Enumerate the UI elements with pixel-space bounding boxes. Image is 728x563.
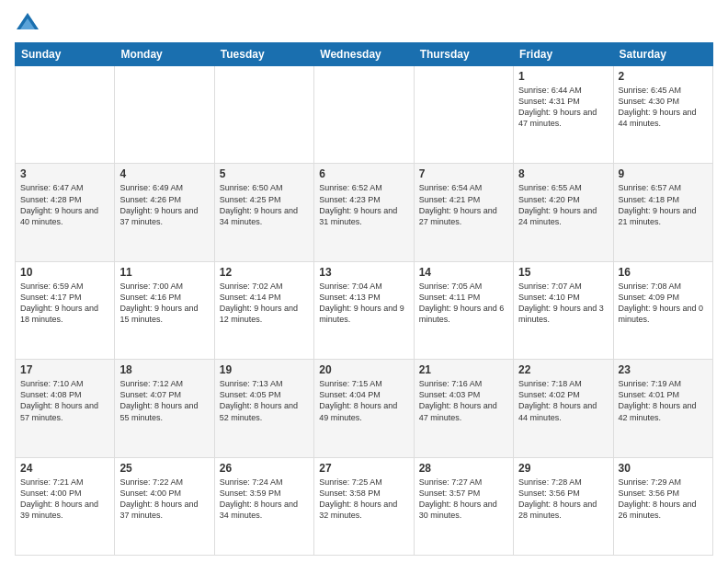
calendar-cell: 8Sunrise: 6:55 AM Sunset: 4:20 PM Daylig… [514, 164, 613, 261]
calendar-cell: 18Sunrise: 7:12 AM Sunset: 4:07 PM Dayli… [115, 360, 214, 457]
header [15, 11, 713, 37]
day-number: 21 [419, 363, 508, 376]
day-number: 17 [20, 363, 109, 376]
week-row-2: 3Sunrise: 6:47 AM Sunset: 4:28 PM Daylig… [16, 164, 713, 261]
day-info: Sunrise: 7:05 AM Sunset: 4:11 PM Dayligh… [419, 281, 508, 326]
day-number: 3 [20, 167, 109, 180]
day-number: 16 [619, 266, 708, 279]
day-number: 19 [220, 363, 309, 376]
calendar-cell: 27Sunrise: 7:25 AM Sunset: 3:58 PM Dayli… [314, 457, 414, 555]
calendar-cell: 19Sunrise: 7:13 AM Sunset: 4:05 PM Dayli… [214, 360, 313, 457]
day-info: Sunrise: 7:16 AM Sunset: 4:03 PM Dayligh… [419, 378, 508, 423]
col-header-thursday: Thursday [414, 43, 513, 66]
day-info: Sunrise: 6:44 AM Sunset: 4:31 PM Dayligh… [518, 85, 608, 130]
calendar-cell: 2Sunrise: 6:45 AM Sunset: 4:30 PM Daylig… [613, 66, 712, 164]
calendar-cell: 6Sunrise: 6:52 AM Sunset: 4:23 PM Daylig… [314, 164, 414, 261]
calendar-cell: 1Sunrise: 6:44 AM Sunset: 4:31 PM Daylig… [514, 66, 613, 164]
calendar-cell: 5Sunrise: 6:50 AM Sunset: 4:25 PM Daylig… [214, 164, 313, 261]
calendar-cell [414, 66, 513, 164]
week-row-3: 10Sunrise: 6:59 AM Sunset: 4:17 PM Dayli… [16, 261, 713, 359]
calendar-cell: 24Sunrise: 7:21 AM Sunset: 4:00 PM Dayli… [16, 457, 115, 555]
day-info: Sunrise: 7:10 AM Sunset: 4:08 PM Dayligh… [20, 378, 109, 423]
calendar-cell: 26Sunrise: 7:24 AM Sunset: 3:59 PM Dayli… [214, 457, 313, 555]
day-info: Sunrise: 7:07 AM Sunset: 4:10 PM Dayligh… [518, 281, 608, 326]
day-info: Sunrise: 7:00 AM Sunset: 4:16 PM Dayligh… [119, 281, 209, 326]
calendar-cell [214, 66, 313, 164]
col-header-tuesday: Tuesday [214, 43, 313, 66]
day-number: 23 [619, 363, 708, 376]
day-info: Sunrise: 7:08 AM Sunset: 4:09 PM Dayligh… [619, 281, 708, 326]
col-header-friday: Friday [514, 43, 613, 66]
day-number: 6 [319, 167, 408, 180]
calendar-cell: 13Sunrise: 7:04 AM Sunset: 4:13 PM Dayli… [314, 261, 414, 359]
week-row-4: 17Sunrise: 7:10 AM Sunset: 4:08 PM Dayli… [16, 360, 713, 457]
day-info: Sunrise: 6:55 AM Sunset: 4:20 PM Dayligh… [518, 182, 608, 227]
calendar-cell [16, 66, 115, 164]
day-info: Sunrise: 6:52 AM Sunset: 4:23 PM Dayligh… [319, 182, 408, 227]
day-number: 14 [419, 266, 508, 279]
calendar-cell: 14Sunrise: 7:05 AM Sunset: 4:11 PM Dayli… [414, 261, 513, 359]
day-info: Sunrise: 7:12 AM Sunset: 4:07 PM Dayligh… [119, 378, 209, 423]
logo [15, 11, 44, 37]
day-number: 5 [220, 167, 309, 180]
day-number: 18 [119, 363, 209, 376]
calendar-table: SundayMondayTuesdayWednesdayThursdayFrid… [15, 42, 713, 556]
day-info: Sunrise: 6:50 AM Sunset: 4:25 PM Dayligh… [220, 182, 309, 227]
week-row-5: 24Sunrise: 7:21 AM Sunset: 4:00 PM Dayli… [16, 457, 713, 555]
logo-icon [15, 11, 40, 37]
day-info: Sunrise: 6:47 AM Sunset: 4:28 PM Dayligh… [20, 182, 109, 227]
day-number: 13 [319, 266, 408, 279]
calendar-cell: 7Sunrise: 6:54 AM Sunset: 4:21 PM Daylig… [414, 164, 513, 261]
calendar-cell: 11Sunrise: 7:00 AM Sunset: 4:16 PM Dayli… [115, 261, 214, 359]
day-number: 2 [619, 70, 708, 83]
day-number: 1 [518, 70, 608, 83]
calendar-cell: 17Sunrise: 7:10 AM Sunset: 4:08 PM Dayli… [16, 360, 115, 457]
day-number: 8 [518, 167, 608, 180]
day-number: 24 [20, 462, 109, 475]
day-info: Sunrise: 7:29 AM Sunset: 3:56 PM Dayligh… [619, 477, 708, 522]
week-row-1: 1Sunrise: 6:44 AM Sunset: 4:31 PM Daylig… [16, 66, 713, 164]
day-number: 12 [220, 266, 309, 279]
day-info: Sunrise: 6:54 AM Sunset: 4:21 PM Dayligh… [419, 182, 508, 227]
calendar-cell: 25Sunrise: 7:22 AM Sunset: 4:00 PM Dayli… [115, 457, 214, 555]
day-info: Sunrise: 7:19 AM Sunset: 4:01 PM Dayligh… [619, 378, 708, 423]
page: SundayMondayTuesdayWednesdayThursdayFrid… [0, 0, 728, 563]
calendar-cell: 9Sunrise: 6:57 AM Sunset: 4:18 PM Daylig… [613, 164, 712, 261]
calendar-cell [115, 66, 214, 164]
day-info: Sunrise: 7:21 AM Sunset: 4:00 PM Dayligh… [20, 477, 109, 522]
day-info: Sunrise: 7:04 AM Sunset: 4:13 PM Dayligh… [319, 281, 408, 326]
day-info: Sunrise: 7:28 AM Sunset: 3:56 PM Dayligh… [518, 477, 608, 522]
day-number: 9 [619, 167, 708, 180]
day-number: 27 [319, 462, 408, 475]
calendar-cell: 23Sunrise: 7:19 AM Sunset: 4:01 PM Dayli… [613, 360, 712, 457]
day-number: 30 [619, 462, 708, 475]
day-number: 10 [20, 266, 109, 279]
day-info: Sunrise: 7:13 AM Sunset: 4:05 PM Dayligh… [220, 378, 309, 423]
day-info: Sunrise: 6:59 AM Sunset: 4:17 PM Dayligh… [20, 281, 109, 326]
calendar-cell: 15Sunrise: 7:07 AM Sunset: 4:10 PM Dayli… [514, 261, 613, 359]
calendar-cell: 20Sunrise: 7:15 AM Sunset: 4:04 PM Dayli… [314, 360, 414, 457]
day-info: Sunrise: 7:25 AM Sunset: 3:58 PM Dayligh… [319, 477, 408, 522]
col-header-wednesday: Wednesday [314, 43, 414, 66]
day-info: Sunrise: 7:24 AM Sunset: 3:59 PM Dayligh… [220, 477, 309, 522]
day-info: Sunrise: 6:45 AM Sunset: 4:30 PM Dayligh… [619, 85, 708, 130]
day-info: Sunrise: 7:27 AM Sunset: 3:57 PM Dayligh… [419, 477, 508, 522]
calendar-cell: 28Sunrise: 7:27 AM Sunset: 3:57 PM Dayli… [414, 457, 513, 555]
calendar-cell: 22Sunrise: 7:18 AM Sunset: 4:02 PM Dayli… [514, 360, 613, 457]
calendar-cell: 29Sunrise: 7:28 AM Sunset: 3:56 PM Dayli… [514, 457, 613, 555]
col-header-saturday: Saturday [613, 43, 712, 66]
day-info: Sunrise: 6:57 AM Sunset: 4:18 PM Dayligh… [619, 182, 708, 227]
day-number: 22 [518, 363, 608, 376]
calendar-cell [314, 66, 414, 164]
day-info: Sunrise: 7:18 AM Sunset: 4:02 PM Dayligh… [518, 378, 608, 423]
day-number: 15 [518, 266, 608, 279]
calendar-cell: 3Sunrise: 6:47 AM Sunset: 4:28 PM Daylig… [16, 164, 115, 261]
day-number: 26 [220, 462, 309, 475]
day-info: Sunrise: 7:15 AM Sunset: 4:04 PM Dayligh… [319, 378, 408, 423]
calendar-cell: 21Sunrise: 7:16 AM Sunset: 4:03 PM Dayli… [414, 360, 513, 457]
day-number: 11 [119, 266, 209, 279]
day-number: 7 [419, 167, 508, 180]
day-info: Sunrise: 7:22 AM Sunset: 4:00 PM Dayligh… [119, 477, 209, 522]
day-number: 29 [518, 462, 608, 475]
calendar-header-row: SundayMondayTuesdayWednesdayThursdayFrid… [16, 43, 713, 66]
